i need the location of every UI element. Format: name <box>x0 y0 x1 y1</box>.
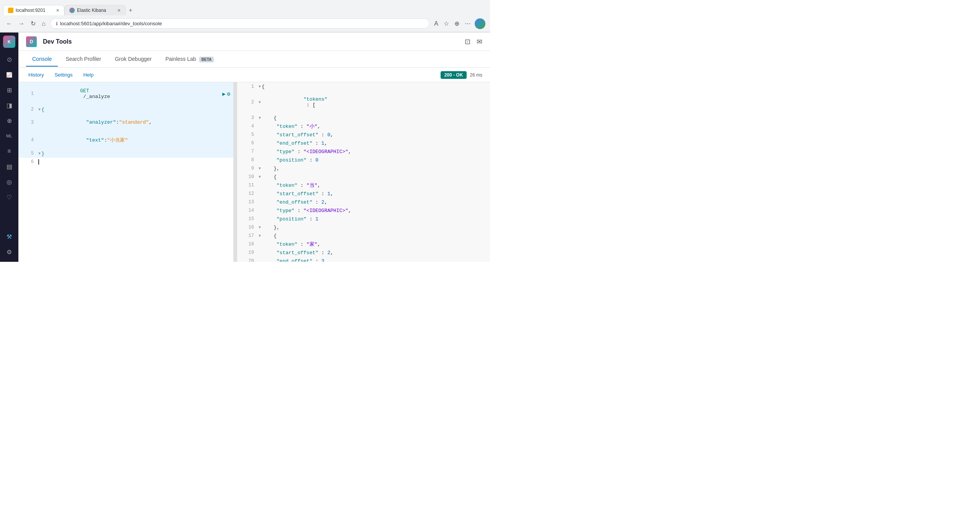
result-line-16: 16 ▼ }, <box>237 223 490 232</box>
editor-line-4: 4 "text":"小当家" <box>18 131 233 149</box>
result-collapse-9[interactable]: ▼ <box>259 167 261 171</box>
result-line-7: 7 "type" : "<IDEOGRAPHIC>", <box>237 147 490 156</box>
result-line-13: 13 "end_offset" : 2, <box>237 198 490 206</box>
editor-line-1: 1 GET /_analyze ▶ ⚙ Click to send reques… <box>18 82 233 105</box>
result-collapse-1[interactable]: ▼ <box>259 85 261 89</box>
sidebar-item-uptime[interactable]: ♡ <box>2 190 16 204</box>
result-line-8: 8 "position" : 0 <box>237 156 490 164</box>
result-collapse-16[interactable]: ▼ <box>259 225 261 230</box>
settings-button[interactable]: Settings <box>52 70 75 79</box>
extensions-button[interactable]: ⊕ <box>453 18 461 29</box>
address-bar[interactable]: ℹ localhost:5601/app/kibana#/dev_tools/c… <box>50 18 430 29</box>
result-line-15: 15 "position" : 1 <box>237 215 490 223</box>
dev-tools-tabs: Console Search Profiler Grok Debugger Pa… <box>18 51 490 68</box>
result-line-18: 18 "token" : "家", <box>237 240 490 248</box>
result-line-3: 3 ▼ { <box>237 114 490 122</box>
help-button[interactable]: Help <box>81 70 96 79</box>
line-content-1: GET /_analyze <box>38 82 230 105</box>
more-button[interactable]: ⋯ <box>463 18 472 29</box>
result-line-2: 2 ▼ "tokens" : [ <box>237 91 490 114</box>
forward-button[interactable]: → <box>17 19 26 29</box>
console-area: 1 GET /_analyze ▶ ⚙ Click to send reques… <box>18 82 490 262</box>
kibana-logo[interactable]: K <box>3 36 15 48</box>
tab-close-1[interactable]: ✕ <box>56 8 59 13</box>
tab-painless-lab[interactable]: Painless Lab BETA <box>159 52 220 67</box>
result-collapse-3[interactable]: ▼ <box>259 116 261 120</box>
result-line-1: 1 ▼ { <box>237 82 490 91</box>
result-line-5: 5 "start_offset" : 0, <box>237 131 490 139</box>
sidebar-item-apm[interactable]: ◎ <box>2 175 16 189</box>
sidebar-item-dashboard[interactable]: ⊞ <box>2 83 16 97</box>
tab-close-2[interactable]: ✕ <box>117 8 121 13</box>
result-line-17: 17 ▼ { <box>237 232 490 240</box>
app-logo: D <box>26 36 37 47</box>
console-toolbar: History Settings Help 200 - OK 26 ms <box>18 68 490 82</box>
editor-line-6: 6 <box>18 158 233 166</box>
result-line-11: 11 "token" : "当", <box>237 181 490 189</box>
action-icons: ▶ ⚙ <box>222 91 230 97</box>
result-line-9: 9 ▼ }, <box>237 164 490 173</box>
nav-actions: A ☆ ⊕ ⋯ <box>433 18 485 29</box>
beta-badge: BETA <box>199 57 214 62</box>
header-actions: ⊡ ✉ <box>465 38 482 46</box>
result-collapse-10[interactable]: ▼ <box>259 175 261 179</box>
run-icon[interactable]: ▶ <box>222 91 225 97</box>
tab-grok-debugger[interactable]: Grok Debugger <box>109 52 158 67</box>
result-collapse-17[interactable]: ▼ <box>259 234 261 238</box>
tab-search-profiler[interactable]: Search Profiler <box>59 52 107 67</box>
status-badge: 200 - OK <box>441 71 467 79</box>
sidebar-item-canvas[interactable]: ◨ <box>2 98 16 112</box>
result-line-20: 20 "end_offset" : 3, <box>237 257 490 262</box>
tab-favicon-2 <box>69 8 75 13</box>
nav-bar: ← → ↻ ⌂ ℹ localhost:5601/app/kibana#/dev… <box>0 15 490 32</box>
result-line-19: 19 "start_offset" : 2, <box>237 248 490 257</box>
tab-bar: localhost:9201 ✕ Elastic Kibana ✕ + <box>0 0 490 15</box>
sidebar-item-devtools[interactable]: ⚒ <box>2 230 16 243</box>
refresh-button[interactable]: ↻ <box>29 18 37 29</box>
browser-tab-2[interactable]: Elastic Kibana ✕ <box>64 5 126 15</box>
tab-console[interactable]: Console <box>26 52 58 67</box>
result-line-4: 4 "token" : "小", <box>237 122 490 131</box>
sidebar-item-visualize[interactable]: 📈 <box>2 68 16 82</box>
sidebar-item-settings[interactable]: ⚙ <box>2 245 16 259</box>
profile-avatar[interactable] <box>475 18 485 29</box>
editor-pane[interactable]: 1 GET /_analyze ▶ ⚙ Click to send reques… <box>18 82 235 262</box>
tab-label-1: localhost:9201 <box>16 8 45 13</box>
collapse-2[interactable]: ▼ <box>38 108 41 112</box>
copy-icon[interactable]: ⚙ <box>227 91 230 97</box>
status-time: 26 ms <box>470 72 482 78</box>
sidebar-item-infrastructure[interactable]: ≡ <box>2 144 16 158</box>
lock-icon: ℹ <box>56 21 58 26</box>
editor-line-2: 2 ▼ { <box>18 105 233 114</box>
result-line-14: 14 "type" : "<IDEOGRAPHIC>", <box>237 206 490 215</box>
browser-tab-1[interactable]: localhost:9201 ✕ <box>3 5 64 15</box>
back-button[interactable]: ← <box>5 19 14 29</box>
home-button[interactable]: ⌂ <box>40 19 47 29</box>
collapse-5[interactable]: ▼ <box>38 152 41 156</box>
sidebar-item-maps[interactable]: ⊕ <box>2 114 16 127</box>
sidebar-item-logs[interactable]: ▤ <box>2 160 16 173</box>
app-title: Dev Tools <box>43 38 72 45</box>
editor-line-5: 5 ▼ } <box>18 149 233 158</box>
translate-button[interactable]: A <box>433 19 440 29</box>
result-collapse-2[interactable]: ▼ <box>259 100 261 104</box>
result-pane: 1 ▼ { 2 ▼ "tokens" : [ <box>237 82 490 262</box>
bookmark-button[interactable]: ☆ <box>442 18 451 29</box>
result-line-12: 12 "start_offset" : 1, <box>237 189 490 198</box>
address-text: localhost:5601/app/kibana#/dev_tools/con… <box>60 21 162 26</box>
status-area: 200 - OK 26 ms <box>441 71 482 79</box>
sidebar-item-discover[interactable]: ⊙ <box>2 52 16 66</box>
result-line-6: 6 "end_offset" : 1, <box>237 139 490 147</box>
new-tab-button[interactable]: + <box>126 5 135 15</box>
mail-icon[interactable]: ✉ <box>477 38 482 46</box>
history-button[interactable]: History <box>26 70 46 79</box>
result-line-10: 10 ▼ { <box>237 173 490 181</box>
fullscreen-icon[interactable]: ⊡ <box>465 38 470 46</box>
tab-label-2: Elastic Kibana <box>77 8 106 13</box>
line-num-1: 1 <box>21 91 34 96</box>
editor-line-3: 3 "analyzer":"standard", <box>18 114 233 131</box>
kibana-app-header: D Dev Tools ⊡ ✉ <box>18 33 490 51</box>
tab-favicon-1 <box>8 8 13 13</box>
kibana-sidebar: K ⊙ 📈 ⊞ ◨ ⊕ ML ≡ ▤ ◎ ♡ ⚒ ⚙ <box>0 33 18 262</box>
sidebar-item-ml[interactable]: ML <box>2 129 16 143</box>
